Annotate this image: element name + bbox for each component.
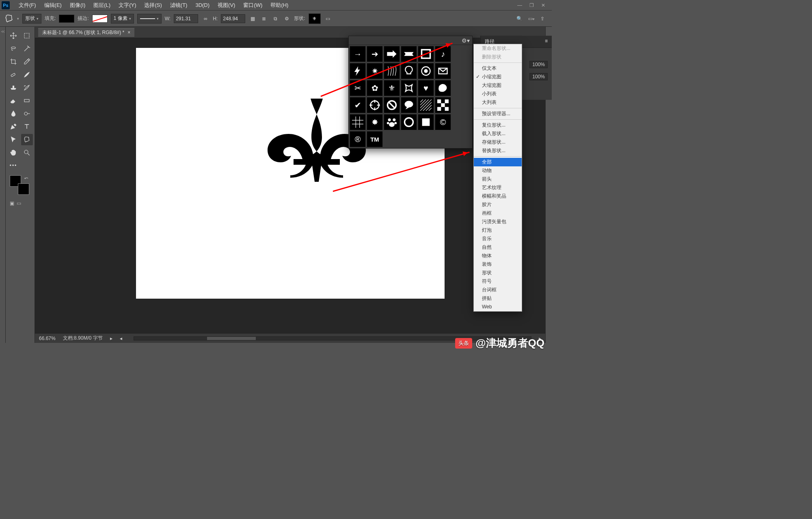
panel-menu-icon[interactable]: ≡ [545,38,548,45]
shape-ribbon[interactable] [401,80,417,96]
ctx-small-thumb[interactable]: 小缩览图 [474,73,522,81]
menu-type[interactable]: 文字(Y) [114,0,140,11]
arrange-icon[interactable]: ⧉ [271,15,279,23]
menu-image[interactable]: 图像(I) [66,0,89,11]
share-icon[interactable]: ⇪ [540,16,544,22]
align-icon[interactable]: ≣ [260,15,268,23]
shape-preview[interactable]: ⚜ [309,13,321,24]
shape-paw[interactable] [384,114,400,130]
ctx-arrows[interactable]: 箭头 [474,175,522,183]
marquee-tool[interactable] [21,30,33,41]
healing-brush-tool[interactable] [7,69,19,80]
ctx-symbols[interactable]: 符号 [474,277,522,286]
shape-heart[interactable]: ♥ [418,80,434,96]
search-icon[interactable]: 🔍 [516,16,523,22]
shape-check[interactable]: ✔ [350,97,366,113]
link-wh-icon[interactable]: ∞ [201,15,209,23]
ctx-frames[interactable]: 画框 [474,209,522,218]
custom-shape-tool[interactable] [21,134,33,145]
shape-flower[interactable]: ✿ [367,80,383,96]
ctx-ornaments[interactable]: 装饰 [474,260,522,269]
opacity-value[interactable]: 100% [529,61,548,68]
eraser-tool[interactable] [7,95,19,106]
menu-window[interactable]: 窗口(W) [239,0,266,11]
shape-arrow3[interactable] [384,46,400,62]
shape-registered[interactable]: ® [350,131,366,147]
ctx-web[interactable]: Web [474,303,522,311]
ctx-grime[interactable]: 污渍矢量包 [474,218,522,226]
fill-swatch[interactable] [59,15,74,23]
menu-file[interactable]: 文件(F) [15,0,40,11]
hand-tool[interactable] [7,147,19,158]
stroke-width-select[interactable]: 1 像素▾ [111,14,134,24]
ctx-all[interactable]: 全部 [474,158,522,166]
shape-blob[interactable] [435,80,451,96]
shape-crosshair[interactable] [367,97,383,113]
left-collapse-strip[interactable]: ≪ [0,27,6,343]
shape-target[interactable] [418,63,434,79]
ctx-music[interactable]: 音乐 [474,235,522,243]
stroke-style-select[interactable]: ▾ [137,14,162,24]
shape-arrow1[interactable]: → [350,46,366,62]
shape-fleur[interactable]: ⚜ [384,80,400,96]
menu-3d[interactable]: 3D(D) [191,0,214,11]
standard-mode-icon[interactable]: ▣ [10,200,14,206]
ctx-replace[interactable]: 替换形状... [474,146,522,155]
height-input[interactable] [221,14,245,23]
ctx-preset-manager[interactable]: 预设管理器... [474,110,522,118]
ctx-objects[interactable]: 物体 [474,252,522,260]
shape-copyright[interactable]: © [435,114,451,130]
shape-checker[interactable] [435,97,451,113]
ctx-art[interactable]: 艺术纹理 [474,183,522,192]
ctx-lightbulb[interactable]: 灯泡 [474,226,522,235]
quickmask-mode-icon[interactable]: ▭ [17,200,21,206]
lasso-tool[interactable] [7,43,19,54]
shape-tm[interactable]: TM [367,131,383,147]
ctx-tiles[interactable]: 拼贴 [474,294,522,303]
background-color[interactable] [18,183,29,195]
shape-mail[interactable] [435,63,451,79]
color-swatches[interactable]: ⤺ [10,175,29,195]
screen-mode-icon[interactable]: ▭▾ [528,16,535,22]
tool-preset-dropdown[interactable]: ▾ [17,17,19,21]
brush-tool[interactable] [21,69,33,80]
shape-bulb[interactable] [401,63,417,79]
zoom-tool[interactable] [21,147,33,158]
gear-icon[interactable]: ⚙ [283,15,291,23]
crop-tool[interactable] [7,56,19,67]
menu-select[interactable]: 选择(S) [140,0,166,11]
ctx-save[interactable]: 存储形状... [474,138,522,146]
align-edges-icon[interactable]: ▭ [324,15,332,23]
menu-filter[interactable]: 滤镜(T) [166,0,192,11]
shape-no[interactable] [384,97,400,113]
ctx-large-list[interactable]: 大列表 [474,98,522,107]
menu-layer[interactable]: 图层(L) [89,0,114,11]
ctx-banners[interactable]: 横幅和奖品 [474,192,522,200]
zoom-level[interactable]: 66.67% [39,336,56,341]
clone-stamp-tool[interactable] [7,82,19,93]
path-selection-tool[interactable] [7,134,19,145]
menu-help[interactable]: 帮助(H) [266,0,292,11]
ctx-animals[interactable]: 动物 [474,166,522,175]
ctx-load[interactable]: 载入形状... [474,129,522,138]
eyedropper-tool[interactable] [21,56,33,67]
shapes-gear-icon[interactable]: ⚙▾ [462,37,470,44]
scroll-left-icon[interactable]: ◂ [120,336,122,341]
doc-info[interactable]: 文档:8.90M/0 字节 [63,335,103,342]
shape-grid[interactable] [350,114,366,130]
ctx-nature[interactable]: 自然 [474,243,522,252]
ctx-text-only[interactable]: 仅文本 [474,64,522,73]
history-brush-tool[interactable] [21,82,33,93]
shape-hatch[interactable] [418,97,434,113]
pen-tool[interactable] [7,121,19,132]
shape-bolt[interactable] [350,63,366,79]
shape-circle[interactable] [401,114,417,130]
shape-square[interactable] [418,114,434,130]
shape-arrow2[interactable]: ➔ [367,46,383,62]
menu-edit[interactable]: 编辑(E) [40,0,66,11]
shape-speech[interactable] [401,97,417,113]
ctx-large-thumb[interactable]: 大缩览图 [474,81,522,90]
menu-view[interactable]: 视图(V) [214,0,239,11]
width-input[interactable] [174,14,198,23]
ctx-shapes[interactable]: 形状 [474,269,522,277]
